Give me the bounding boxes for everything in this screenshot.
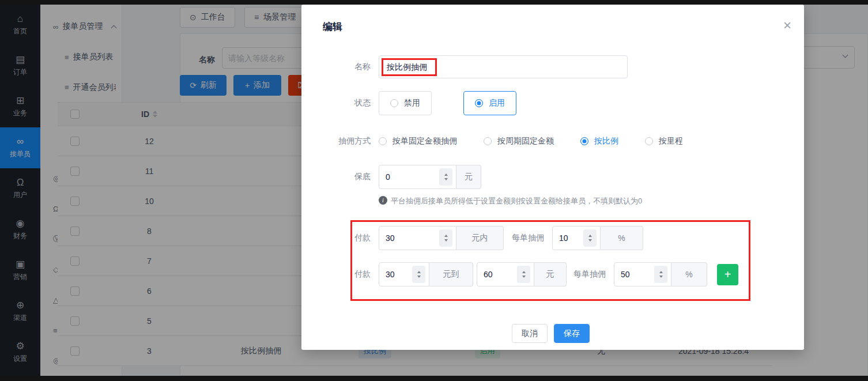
close-icon[interactable]: ×: [783, 18, 791, 32]
tier1-amount-value: 30: [386, 233, 395, 243]
radio-by-ratio[interactable]: 按比例: [580, 136, 618, 146]
unit-addon: 元: [534, 262, 567, 286]
number-stepper[interactable]: [654, 266, 667, 283]
radio-label: 禁用: [404, 98, 420, 108]
radio-icon: [379, 137, 387, 145]
number-stepper[interactable]: [439, 229, 452, 247]
cancel-button[interactable]: 取消: [512, 324, 548, 343]
tier2-rate-value: 50: [621, 270, 630, 279]
tier2-to-input[interactable]: 60: [477, 262, 534, 286]
radio-fixed-per-order[interactable]: 按单固定金额抽佣: [379, 136, 457, 146]
add-tier-button[interactable]: +: [717, 264, 738, 285]
radio-label: 按里程: [659, 136, 683, 146]
modal-title: 编辑: [323, 20, 342, 33]
unit-addon: 元: [456, 165, 481, 189]
rate-label: 每单抽佣: [573, 269, 606, 280]
tier2-rate-input[interactable]: 50: [614, 262, 671, 286]
status-field-label: 状态: [301, 98, 371, 108]
top-frame-bar: [0, 0, 868, 5]
tier1-rate-value: 10: [559, 233, 568, 243]
radio-icon: [484, 137, 492, 145]
unit-addon: 元内: [456, 226, 504, 250]
radio-label: 按单固定金额抽佣: [393, 136, 457, 146]
pay-label: 付款: [301, 269, 371, 280]
save-button[interactable]: 保存: [554, 324, 590, 343]
bottom-frame-bar: [0, 376, 868, 381]
floor-field-label: 保底: [301, 172, 371, 182]
radio-selected-icon: [475, 99, 483, 107]
floor-hint-text: 平台抽佣后接单员所得低于设置金额则按设置金额给接单员，不填则默认为0: [391, 196, 642, 206]
radio-enabled[interactable]: 启用: [463, 91, 516, 115]
tier2-from-value: 30: [386, 270, 395, 279]
number-stepper[interactable]: [412, 266, 425, 283]
radio-label: 按周期固定金额: [497, 136, 554, 146]
percent-addon: %: [671, 262, 707, 286]
radio-label: 按比例: [594, 136, 618, 146]
percent-addon: %: [601, 226, 643, 250]
number-stepper[interactable]: [583, 229, 597, 247]
pay-label: 付款: [301, 233, 371, 243]
app-window: ⌂ 首页 ▤ 订单 ⊞ 业务 ∞ 接单员 Ω 用户 ◉ 财务 ▣ 营销 ⊕ 渠道: [0, 0, 868, 381]
radio-disabled[interactable]: 禁用: [379, 91, 432, 115]
number-stepper[interactable]: [517, 266, 530, 283]
info-icon: i: [379, 196, 387, 205]
tier2-to-value: 60: [484, 270, 493, 279]
name-input[interactable]: 按比例抽佣: [379, 55, 628, 78]
rate-label: 每单抽佣: [512, 233, 544, 243]
name-field-label: 名称: [301, 62, 371, 72]
tier2-from-input[interactable]: 30: [379, 262, 429, 286]
radio-icon: [390, 99, 398, 107]
number-stepper[interactable]: [439, 168, 452, 186]
unit-addon: 元到: [429, 262, 473, 286]
radio-selected-icon: [580, 137, 588, 145]
red-annotation-box: 按比例抽佣: [382, 58, 437, 76]
radio-label: 启用: [489, 98, 505, 108]
tier1-rate-input[interactable]: 10: [552, 226, 601, 250]
floor-amount-value: 0: [386, 172, 390, 182]
radio-by-mileage[interactable]: 按里程: [645, 136, 683, 146]
method-field-label: 抽佣方式: [301, 136, 371, 146]
floor-amount-input[interactable]: 0: [379, 165, 456, 189]
name-input-value: 按比例抽佣: [387, 62, 427, 73]
tier1-amount-input[interactable]: 30: [379, 226, 456, 250]
edit-modal: 编辑 × 名称 按比例抽佣 状态 禁用 启用 抽: [301, 5, 804, 350]
radio-icon: [645, 137, 653, 145]
radio-fixed-per-period[interactable]: 按周期固定金额: [484, 136, 554, 146]
